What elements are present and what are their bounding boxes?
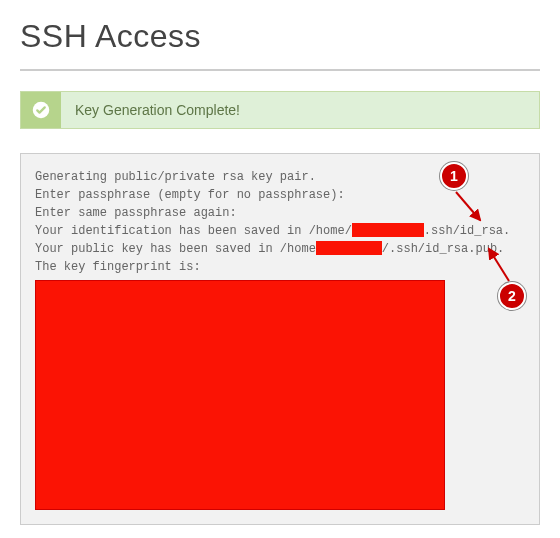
terminal-line: Enter same passphrase again: [35, 204, 525, 222]
terminal-line: The key fingerprint is: [35, 258, 525, 276]
redaction-block [352, 223, 424, 237]
redaction-block [316, 241, 382, 255]
terminal-line: Your identification has been saved in /h… [35, 222, 525, 240]
success-alert: Key Generation Complete! [20, 91, 540, 129]
annotation-badge-1: 1 [440, 162, 468, 190]
check-icon [21, 92, 61, 128]
redaction-block [35, 280, 445, 510]
page-title: SSH Access [20, 0, 540, 71]
terminal-output: Generating public/private rsa key pair. … [20, 153, 540, 525]
annotation-badge-2: 2 [498, 282, 526, 310]
terminal-line: Your public key has been saved in /home/… [35, 240, 525, 258]
alert-message: Key Generation Complete! [61, 92, 254, 128]
